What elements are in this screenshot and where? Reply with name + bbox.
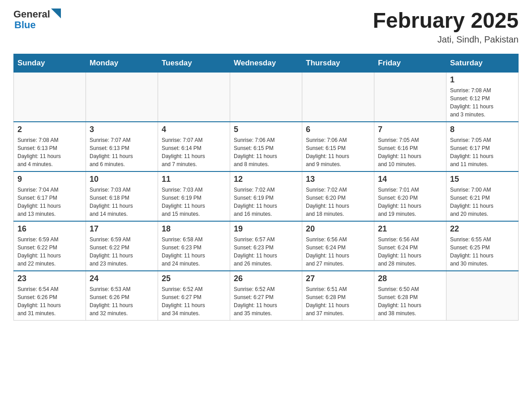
day-number: 27 <box>306 274 370 283</box>
table-row: 19Sunrise: 6:57 AM Sunset: 6:23 PM Dayli… <box>230 221 302 271</box>
table-row: 3Sunrise: 7:07 AM Sunset: 6:13 PM Daylig… <box>86 122 158 171</box>
day-info: Sunrise: 6:52 AM Sunset: 6:27 PM Dayligh… <box>162 285 226 317</box>
header-row: Sunday Monday Tuesday Wednesday Thursday… <box>14 54 519 72</box>
week-row-4: 23Sunrise: 6:54 AM Sunset: 6:26 PM Dayli… <box>14 271 519 321</box>
day-info: Sunrise: 7:05 AM Sunset: 6:16 PM Dayligh… <box>378 136 442 168</box>
day-info: Sunrise: 7:03 AM Sunset: 6:19 PM Dayligh… <box>162 186 226 218</box>
day-number: 10 <box>90 175 154 184</box>
day-number: 25 <box>162 274 226 283</box>
day-info: Sunrise: 6:50 AM Sunset: 6:28 PM Dayligh… <box>378 285 442 317</box>
day-info: Sunrise: 6:57 AM Sunset: 6:23 PM Dayligh… <box>234 235 298 268</box>
day-info: Sunrise: 7:08 AM Sunset: 6:13 PM Dayligh… <box>17 136 82 168</box>
col-monday: Monday <box>86 54 158 72</box>
table-row: 24Sunrise: 6:53 AM Sunset: 6:26 PM Dayli… <box>86 271 158 321</box>
page-header: General Blue February 2025 Jati, Sindh, … <box>13 9 519 45</box>
day-info: Sunrise: 7:05 AM Sunset: 6:17 PM Dayligh… <box>450 136 515 168</box>
day-number: 24 <box>90 274 154 283</box>
table-row: 10Sunrise: 7:03 AM Sunset: 6:18 PM Dayli… <box>86 171 158 221</box>
day-number: 26 <box>234 274 298 283</box>
logo-arrow-icon <box>51 9 61 18</box>
table-row: 22Sunrise: 6:55 AM Sunset: 6:25 PM Dayli… <box>446 221 519 271</box>
svg-marker-0 <box>51 9 61 18</box>
table-row: 20Sunrise: 6:56 AM Sunset: 6:24 PM Dayli… <box>302 221 374 271</box>
day-number: 9 <box>17 175 82 184</box>
table-row <box>302 72 374 122</box>
day-info: Sunrise: 7:02 AM Sunset: 6:19 PM Dayligh… <box>234 186 298 218</box>
week-row-0: 1Sunrise: 7:08 AM Sunset: 6:12 PM Daylig… <box>14 72 519 122</box>
col-wednesday: Wednesday <box>230 54 302 72</box>
table-row <box>158 72 230 122</box>
day-number: 14 <box>378 175 442 184</box>
day-info: Sunrise: 7:07 AM Sunset: 6:14 PM Dayligh… <box>162 136 226 168</box>
table-row: 21Sunrise: 6:56 AM Sunset: 6:24 PM Dayli… <box>374 221 446 271</box>
title-section: February 2025 Jati, Sindh, Pakistan <box>373 9 519 45</box>
week-row-1: 2Sunrise: 7:08 AM Sunset: 6:13 PM Daylig… <box>14 122 519 171</box>
table-row <box>86 72 158 122</box>
day-number: 1 <box>450 75 515 85</box>
table-row: 28Sunrise: 6:50 AM Sunset: 6:28 PM Dayli… <box>374 271 446 321</box>
day-info: Sunrise: 7:03 AM Sunset: 6:18 PM Dayligh… <box>90 186 154 218</box>
week-row-3: 16Sunrise: 6:59 AM Sunset: 6:22 PM Dayli… <box>14 221 519 271</box>
logo-general: General <box>13 9 50 20</box>
table-row: 11Sunrise: 7:03 AM Sunset: 6:19 PM Dayli… <box>158 171 230 221</box>
table-row: 5Sunrise: 7:06 AM Sunset: 6:15 PM Daylig… <box>230 122 302 171</box>
table-row <box>446 271 519 321</box>
day-number: 22 <box>450 224 515 234</box>
day-number: 7 <box>378 125 442 134</box>
table-row: 15Sunrise: 7:00 AM Sunset: 6:21 PM Dayli… <box>446 171 519 221</box>
day-info: Sunrise: 6:58 AM Sunset: 6:23 PM Dayligh… <box>162 235 226 268</box>
table-row <box>230 72 302 122</box>
day-number: 2 <box>17 125 82 134</box>
calendar-title: February 2025 <box>373 9 519 33</box>
col-thursday: Thursday <box>302 54 374 72</box>
day-number: 6 <box>306 125 370 134</box>
day-info: Sunrise: 7:06 AM Sunset: 6:15 PM Dayligh… <box>306 136 370 168</box>
calendar-subtitle: Jati, Sindh, Pakistan <box>373 34 519 45</box>
table-row: 12Sunrise: 7:02 AM Sunset: 6:19 PM Dayli… <box>230 171 302 221</box>
day-info: Sunrise: 7:06 AM Sunset: 6:15 PM Dayligh… <box>234 136 298 168</box>
day-number: 13 <box>306 175 370 184</box>
day-info: Sunrise: 7:01 AM Sunset: 6:20 PM Dayligh… <box>378 186 442 218</box>
day-info: Sunrise: 6:54 AM Sunset: 6:26 PM Dayligh… <box>17 285 82 317</box>
day-number: 21 <box>378 224 442 234</box>
day-number: 20 <box>306 224 370 234</box>
day-info: Sunrise: 6:59 AM Sunset: 6:22 PM Dayligh… <box>17 235 82 268</box>
day-info: Sunrise: 6:53 AM Sunset: 6:26 PM Dayligh… <box>90 285 154 317</box>
day-number: 28 <box>378 274 442 283</box>
day-number: 15 <box>450 175 515 184</box>
day-info: Sunrise: 6:55 AM Sunset: 6:25 PM Dayligh… <box>450 235 515 268</box>
day-info: Sunrise: 6:52 AM Sunset: 6:27 PM Dayligh… <box>234 285 298 317</box>
col-tuesday: Tuesday <box>158 54 230 72</box>
table-row: 9Sunrise: 7:04 AM Sunset: 6:17 PM Daylig… <box>14 171 86 221</box>
table-row <box>14 72 86 122</box>
table-row: 25Sunrise: 6:52 AM Sunset: 6:27 PM Dayli… <box>158 271 230 321</box>
day-number: 3 <box>90 125 154 134</box>
table-row <box>374 72 446 122</box>
day-number: 16 <box>17 224 82 234</box>
table-row: 6Sunrise: 7:06 AM Sunset: 6:15 PM Daylig… <box>302 122 374 171</box>
day-info: Sunrise: 6:59 AM Sunset: 6:22 PM Dayligh… <box>90 235 154 268</box>
day-info: Sunrise: 6:56 AM Sunset: 6:24 PM Dayligh… <box>378 235 442 268</box>
week-row-2: 9Sunrise: 7:04 AM Sunset: 6:17 PM Daylig… <box>14 171 519 221</box>
day-info: Sunrise: 6:51 AM Sunset: 6:28 PM Dayligh… <box>306 285 370 317</box>
day-number: 11 <box>162 175 226 184</box>
table-row: 7Sunrise: 7:05 AM Sunset: 6:16 PM Daylig… <box>374 122 446 171</box>
table-row: 16Sunrise: 6:59 AM Sunset: 6:22 PM Dayli… <box>14 221 86 271</box>
table-row: 23Sunrise: 6:54 AM Sunset: 6:26 PM Dayli… <box>14 271 86 321</box>
table-row: 13Sunrise: 7:02 AM Sunset: 6:20 PM Dayli… <box>302 171 374 221</box>
day-info: Sunrise: 7:04 AM Sunset: 6:17 PM Dayligh… <box>17 186 82 218</box>
day-info: Sunrise: 7:08 AM Sunset: 6:12 PM Dayligh… <box>450 86 515 119</box>
day-info: Sunrise: 7:07 AM Sunset: 6:13 PM Dayligh… <box>90 136 154 168</box>
table-row: 8Sunrise: 7:05 AM Sunset: 6:17 PM Daylig… <box>446 122 519 171</box>
day-info: Sunrise: 6:56 AM Sunset: 6:24 PM Dayligh… <box>306 235 370 268</box>
day-info: Sunrise: 7:02 AM Sunset: 6:20 PM Dayligh… <box>306 186 370 218</box>
day-number: 18 <box>162 224 226 234</box>
table-row: 17Sunrise: 6:59 AM Sunset: 6:22 PM Dayli… <box>86 221 158 271</box>
logo-blue: Blue <box>13 20 61 30</box>
table-row: 4Sunrise: 7:07 AM Sunset: 6:14 PM Daylig… <box>158 122 230 171</box>
day-number: 12 <box>234 175 298 184</box>
day-number: 8 <box>450 125 515 134</box>
day-number: 19 <box>234 224 298 234</box>
col-friday: Friday <box>374 54 446 72</box>
day-info: Sunrise: 7:00 AM Sunset: 6:21 PM Dayligh… <box>450 186 515 218</box>
